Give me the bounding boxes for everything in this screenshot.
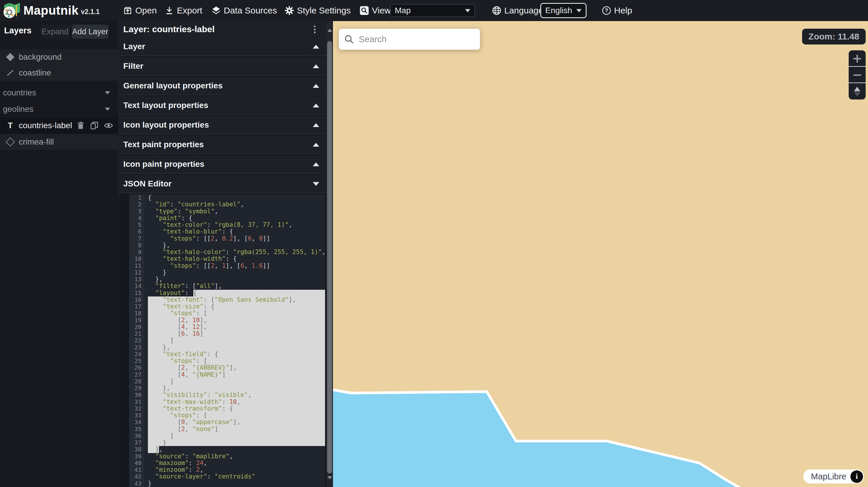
code-line[interactable]: 40 "maxzoom": 24, [129,460,325,466]
zoom-out-button[interactable]: − [849,67,866,83]
line-number: 14 [129,283,144,289]
line-number: 28 [129,378,144,385]
code-line[interactable]: 14 "filter": ["all"], [129,283,325,289]
style-settings-button[interactable]: Style Settings [285,0,350,21]
code-line[interactable]: 37 } [129,439,325,446]
code-line[interactable]: 36 ] [129,432,325,439]
code-line[interactable]: 5 "text-color": "rgba(8, 37, 77, 1)", [129,222,325,228]
code-line[interactable]: 27 [4, "{NAME}"] [129,371,325,378]
section-icon-paint[interactable]: Icon paint properties [119,155,326,173]
line-layer-icon [5,69,15,77]
code-line[interactable]: 35 [2, "none"] [129,426,325,432]
code-line[interactable]: 30 "visibility": "visible", [129,392,325,398]
code-line[interactable]: 4 "paint": { [129,215,325,222]
code-line[interactable]: 28 ] [129,378,325,385]
scroll-up-arrow-icon[interactable] [328,29,332,32]
code-line[interactable]: 15 "layout": { [129,290,325,296]
visibility-eye-icon[interactable] [104,121,113,130]
code-line[interactable]: 23 }, [129,344,325,351]
code-line[interactable]: 21 [6, 16] [129,330,325,337]
section-text-paint[interactable]: Text paint properties [119,135,326,154]
zoom-in-button[interactable]: + [849,50,866,67]
section-label: Icon layout properties [123,120,209,130]
code-line[interactable]: 10 "text-halo-width": { [129,256,325,262]
section-json-editor[interactable]: JSON Editor [119,175,326,193]
json-code-editor[interactable]: 1{2 "id": "countries-label",3 "type": "s… [129,194,325,487]
code-line[interactable]: 38 }, [129,446,325,453]
section-text-layout[interactable]: Text layout properties [119,96,326,115]
section-icon-layout[interactable]: Icon layout properties [119,116,326,134]
scrollbar-thumb[interactable] [327,41,332,474]
export-button[interactable]: Export [164,0,203,21]
code-line[interactable]: 8 }, [129,242,325,249]
collapse-arrow-icon [313,45,319,48]
code-line[interactable]: 7 "stops": [[2, 0.2], [6, 0]] [129,235,325,242]
search-input[interactable] [358,34,480,44]
duplicate-layer-icon[interactable] [90,121,99,130]
code-line[interactable]: 20 [4, 12], [129,324,325,330]
line-number: 35 [129,426,144,432]
layer-group-geolines[interactable]: geolines [0,101,118,117]
help-icon: ? [602,6,611,15]
line-number: 41 [129,466,144,473]
code-line[interactable]: 11 "stops": [[2, 1], [6, 1.6]] [129,262,325,269]
section-filter[interactable]: Filter [119,57,326,75]
help-button[interactable]: ? Help [602,0,632,21]
export-label: Export [177,6,203,15]
section-layer[interactable]: Layer [119,37,326,56]
code-line[interactable]: 41 "minzoom": 2, [129,466,325,473]
code-line[interactable]: 1{ [129,194,325,201]
expand-button[interactable]: Expand [40,25,70,39]
chevron-down-icon [465,9,470,12]
code-line[interactable]: 17 "text-size": { [129,303,325,310]
line-number: 6 [129,228,144,235]
app-brand[interactable]: Maputnik v2.1.1 [3,2,99,19]
data-sources-button[interactable]: Data Sources [211,0,277,21]
open-button[interactable]: Open [123,0,157,21]
delete-layer-icon[interactable] [76,121,85,130]
code-line[interactable]: 13 }, [129,276,325,283]
view-select[interactable]: Map [390,4,475,17]
layer-group-countries[interactable]: countries [0,85,118,101]
map-view[interactable]: Zoom: 11.48 + − MapLibre i [333,21,868,487]
code-line[interactable]: 18 "stops": [ [129,310,325,317]
code-line[interactable]: 2 "id": "countries-label", [129,201,325,208]
code-line[interactable]: 43} [129,480,325,487]
code-line[interactable]: 12 } [129,269,325,276]
layer-item-background[interactable]: background [0,49,118,65]
code-line[interactable]: 16 "text-font": ["Open Sans Semibold"], [129,296,325,303]
scroll-down-arrow-icon[interactable] [328,476,332,479]
map-search-box[interactable] [339,29,480,50]
code-line[interactable]: 24 "text-field": { [129,351,325,358]
info-icon[interactable]: i [850,470,863,483]
layer-editor-panel: Layer: countries-label ⋮ Layer Filter Ge… [118,21,333,487]
code-line[interactable]: 9 "text-halo-color": "rgba(255, 255, 255… [129,249,325,256]
code-line[interactable]: 39 "source": "maplibre", [129,453,325,460]
line-number: 3 [129,208,144,215]
line-number: 43 [129,480,144,487]
panel-scrollbar[interactable] [326,21,333,487]
add-layer-button[interactable]: Add Layer [72,25,108,39]
code-line[interactable]: 22 ] [129,337,325,344]
code-line[interactable]: 42 "source-layer": "centroids" [129,473,325,480]
code-line[interactable]: 32 "text-transform": { [129,405,325,412]
section-general-layout[interactable]: General layout properties [119,77,326,95]
line-number: 20 [129,324,144,330]
compass-reset-button[interactable] [849,83,866,99]
language-select[interactable]: English [540,3,587,18]
code-line[interactable]: 33 "stops": [ [129,412,325,419]
line-number: 16 [129,296,144,303]
layer-item-coastline[interactable]: coastline [0,65,118,81]
code-line[interactable]: 34 [0, "uppercase"], [129,419,325,426]
code-line[interactable]: 26 [2, "{ABBREV}"], [129,364,325,371]
layer-item-countries-label[interactable]: T countries-label [0,118,118,133]
code-line[interactable]: 25 "stops": [ [129,358,325,364]
code-line[interactable]: 19 [2, 10], [129,317,325,324]
code-line[interactable]: 3 "type": "symbol", [129,208,325,215]
code-line[interactable]: 6 "text-halo-blur": { [129,228,325,235]
code-line[interactable]: 31 "text-max-width": 10, [129,399,325,405]
code-line[interactable]: 29 }, [129,385,325,392]
layer-options-kebab-icon[interactable]: ⋮ [310,24,319,35]
attribution-link[interactable]: MapLibre [811,472,846,481]
layer-item-crimea-fill[interactable]: crimea-fill [0,134,118,150]
